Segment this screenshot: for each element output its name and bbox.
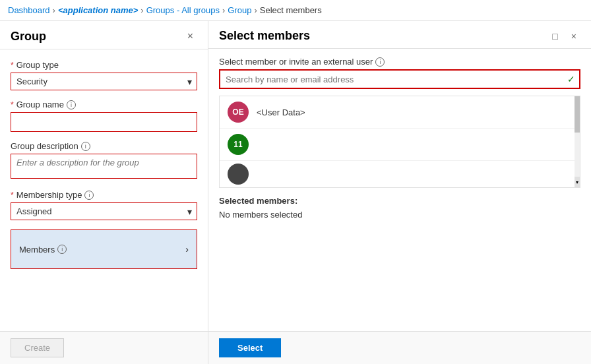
membership-type-label-text: Membership type	[16, 190, 82, 200]
membership-type-info-icon: i	[84, 191, 94, 200]
left-panel: Group × * Group type Security Microsoft …	[0, 21, 208, 364]
group-description-label: Group description i	[11, 141, 197, 151]
group-description-input[interactable]	[11, 154, 197, 179]
group-name-info-icon: i	[67, 100, 76, 109]
members-chevron-icon: ›	[185, 244, 189, 255]
user-avatar-1: OE	[228, 102, 249, 123]
search-label: Select member or invite an external user…	[219, 57, 580, 67]
breadcrumb-groups[interactable]: Groups - All groups	[146, 5, 220, 15]
membership-type-required: *	[11, 191, 14, 200]
right-header-actions: □ ×	[548, 30, 580, 43]
user-avatar-3	[228, 164, 249, 185]
create-button[interactable]: Create	[11, 338, 64, 357]
membership-type-label: * Membership type i	[11, 190, 197, 200]
breadcrumb-current: Select members	[260, 5, 322, 15]
search-info-icon: i	[375, 57, 385, 67]
membership-type-field: * Membership type i Assigned Dynamic Use…	[11, 190, 197, 220]
members-field: Members i ›	[11, 229, 197, 269]
search-check-icon: ✓	[567, 74, 575, 84]
right-panel-body: Select member or invite an external user…	[208, 49, 591, 331]
members-info-icon: i	[57, 245, 67, 254]
group-name-label: * Group name i	[11, 100, 197, 109]
right-panel-close-button[interactable]: ×	[567, 30, 580, 43]
group-type-select-wrapper: Security Microsoft 365	[11, 73, 197, 90]
user-name-1: <User Data>	[257, 107, 305, 117]
left-panel-title: Group	[11, 30, 46, 44]
user-avatar-2: 11	[228, 134, 249, 155]
breadcrumb-group[interactable]: Group	[228, 5, 251, 15]
right-panel-footer: Select	[208, 331, 591, 364]
main-container: Group × * Group type Security Microsoft …	[0, 21, 591, 364]
breadcrumb-dashboard[interactable]: Dashboard	[8, 5, 50, 15]
search-wrapper: ✓	[219, 69, 580, 89]
right-panel-title: Select members	[219, 29, 310, 43]
maximize-button[interactable]: □	[548, 30, 561, 43]
group-name-label-text: Group name	[16, 100, 64, 109]
left-panel-header: Group ×	[0, 21, 208, 49]
scrollbar-thumb	[575, 96, 580, 133]
membership-type-select[interactable]: Assigned Dynamic User Dynamic Device	[11, 202, 197, 220]
scrollbar-down-icon: ▾	[575, 177, 580, 187]
group-description-field: Group description i	[11, 141, 197, 181]
members-label-text: Members	[19, 245, 55, 255]
members-label: Members i	[19, 245, 67, 255]
user-list: ▾ OE <User Data> 11	[219, 96, 580, 188]
user-row[interactable]	[220, 161, 580, 187]
breadcrumb-sep-4: ›	[254, 5, 257, 15]
search-label-text: Select member or invite an external user	[219, 57, 373, 67]
breadcrumb: Dashboard › <application name> › Groups …	[0, 0, 591, 21]
group-name-input[interactable]	[11, 112, 197, 132]
group-type-label-text: Group type	[16, 60, 59, 70]
breadcrumb-app-name[interactable]: <application name>	[58, 5, 138, 15]
right-panel: Select members □ × Select member or invi…	[208, 21, 591, 364]
group-type-field: * Group type Security Microsoft 365	[11, 60, 197, 90]
group-description-info-icon: i	[81, 142, 90, 151]
group-description-label-text: Group description	[11, 141, 78, 151]
user-row[interactable]: 11	[220, 129, 580, 161]
search-input[interactable]	[219, 69, 580, 89]
right-panel-header: Select members □ ×	[208, 21, 591, 49]
group-name-field: * Group name i	[11, 100, 197, 132]
select-button[interactable]: Select	[219, 338, 281, 357]
membership-type-select-wrapper: Assigned Dynamic User Dynamic Device	[11, 202, 197, 220]
group-type-label: * Group type	[11, 60, 197, 70]
left-panel-footer: Create	[0, 331, 208, 364]
breadcrumb-sep-1: ›	[53, 5, 55, 15]
selected-members-label: Selected members:	[219, 196, 580, 206]
breadcrumb-sep-2: ›	[140, 5, 143, 15]
group-type-required: *	[11, 61, 14, 70]
group-name-required: *	[11, 100, 14, 109]
no-members-text: No members selected	[219, 210, 580, 220]
left-panel-close-button[interactable]: ×	[183, 29, 197, 44]
user-row[interactable]: OE <User Data>	[220, 96, 580, 129]
scrollbar[interactable]: ▾	[575, 96, 580, 187]
left-panel-body: * Group type Security Microsoft 365 * Gr…	[0, 49, 208, 331]
members-box[interactable]: Members i ›	[11, 229, 197, 269]
breadcrumb-sep-3: ›	[222, 5, 225, 15]
group-type-select[interactable]: Security Microsoft 365	[11, 73, 197, 90]
